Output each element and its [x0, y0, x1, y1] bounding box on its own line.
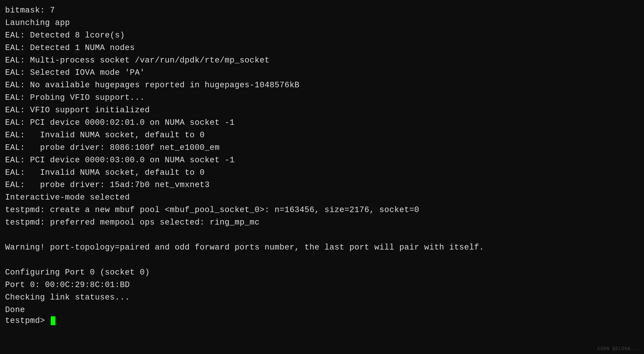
terminal-line: Launching app	[5, 17, 639, 29]
terminal-line: bitmask: 7	[5, 4, 639, 17]
terminal-line: EAL: VFIO support initialized	[5, 104, 639, 117]
terminal-line: EAL: Selected IOVA mode 'PA'	[5, 67, 639, 79]
terminal-line: EAL: Multi-process socket /var/run/dpdk/…	[5, 54, 639, 67]
watermark: CSDN @ZLOS&...	[598, 346, 640, 351]
terminal-line: EAL: probe driver: 15ad:7b0 net_vmxnet3	[5, 179, 639, 191]
terminal-window: bitmask: 7Launching appEAL: Detected 8 l…	[0, 0, 644, 354]
terminal-line: testpmd: create a new mbuf pool <mbuf_po…	[5, 204, 639, 216]
terminal-cursor	[51, 316, 56, 325]
terminal-line: Port 0: 00:0C:29:8C:01:BD	[5, 279, 639, 291]
terminal-line: Interactive-mode selected	[5, 191, 639, 204]
terminal-line: testpmd: preferred mempool ops selected:…	[5, 216, 639, 229]
terminal-line: EAL: Invalid NUMA socket, default to 0	[5, 167, 639, 179]
terminal-line	[5, 229, 639, 241]
terminal-line: Done	[5, 304, 639, 316]
terminal-line: EAL: Invalid NUMA socket, default to 0	[5, 129, 639, 142]
terminal-line: Warning! port-topology=paired and odd fo…	[5, 241, 639, 254]
terminal-line: Configuring Port 0 (socket 0)	[5, 266, 639, 279]
prompt-text: testpmd>	[5, 316, 50, 325]
terminal-line: Checking link statuses...	[5, 291, 639, 304]
terminal-output: bitmask: 7Launching appEAL: Detected 8 l…	[5, 4, 639, 316]
terminal-line: EAL: No available hugepages reported in …	[5, 79, 639, 92]
terminal-line: EAL: PCI device 0000:02:01.0 on NUMA soc…	[5, 117, 639, 129]
terminal-line: EAL: Detected 8 lcore(s)	[5, 29, 639, 42]
terminal-line: EAL: Detected 1 NUMA nodes	[5, 42, 639, 54]
terminal-prompt-line[interactable]: testpmd>	[5, 316, 639, 325]
terminal-line: EAL: Probing VFIO support...	[5, 92, 639, 104]
terminal-line	[5, 254, 639, 266]
terminal-line: EAL: PCI device 0000:03:00.0 on NUMA soc…	[5, 154, 639, 167]
terminal-line: EAL: probe driver: 8086:100f net_e1000_e…	[5, 142, 639, 154]
